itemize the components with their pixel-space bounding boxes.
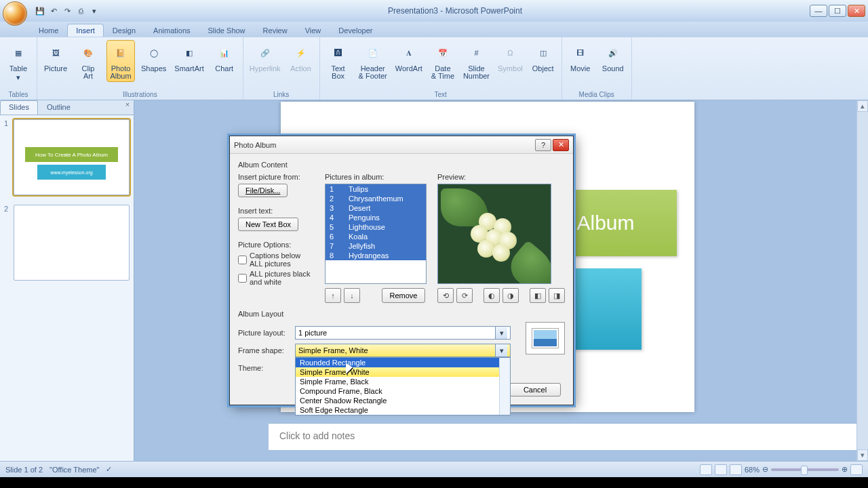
symbol-button[interactable]: ΩSymbol (496, 40, 525, 75)
group-tables-label: Tables (4, 89, 33, 98)
move-up-button[interactable]: ↑ (325, 288, 341, 303)
tab-developer[interactable]: Developer (330, 24, 381, 37)
scroll-up-icon[interactable]: ▴ (857, 100, 868, 112)
vertical-scrollbar[interactable]: ▴ ▾ (856, 100, 868, 461)
pictures-listbox[interactable]: 1Tulips2Chrysanthemum3Desert4Penguins5Li… (325, 184, 427, 284)
outline-tab[interactable]: Outline (38, 100, 79, 115)
datetime-button[interactable]: 📅Date & Time (429, 40, 457, 82)
fit-window-button[interactable] (850, 464, 863, 475)
action-button[interactable]: ⚡Action (287, 40, 315, 75)
zoom-slider[interactable] (771, 468, 839, 471)
brightness-down-button[interactable]: ◑ (502, 288, 519, 303)
contrast-down-button[interactable]: ◨ (549, 288, 565, 303)
dialog-help-button[interactable]: ? (535, 139, 551, 151)
list-item[interactable]: 8Hydrangeas (326, 251, 426, 260)
dropdown-option[interactable]: Simple Frame, Black (296, 377, 510, 386)
list-item[interactable]: 3Desert (326, 203, 426, 213)
dropdown-option[interactable]: Soft Edge Rectangle (296, 405, 510, 415)
zoom-in-button[interactable]: ⊕ (842, 465, 848, 474)
contrast-up-button[interactable]: ◧ (530, 288, 546, 303)
brightness-up-button[interactable]: ◐ (484, 288, 500, 303)
dropdown-option[interactable]: Center Shadow Rectangle (296, 396, 510, 405)
panel-close-icon[interactable]: × (121, 100, 134, 115)
office-button[interactable] (3, 1, 27, 26)
tab-view[interactable]: View (296, 24, 330, 37)
file-disk-button[interactable]: File/Disk... (238, 184, 288, 197)
picture-layout-label: Picture layout: (238, 329, 290, 337)
spellcheck-icon[interactable]: ✓ (106, 465, 112, 474)
tab-slideshow[interactable]: Slide Show (199, 24, 254, 37)
rotate-left-button[interactable]: ⟲ (437, 288, 454, 303)
redo-icon[interactable]: ↷ (61, 5, 73, 17)
movie-button[interactable]: 🎞Movie (566, 40, 595, 75)
slidenumber-button[interactable]: #Slide Number (461, 40, 492, 82)
captions-checkbox[interactable]: Captions below ALL pictures (238, 251, 314, 268)
slides-tab[interactable]: Slides (0, 100, 38, 115)
tab-home[interactable]: Home (30, 24, 67, 37)
picture-layout-combo[interactable]: 1 picture ▾ (295, 326, 511, 340)
object-button[interactable]: ◫Object (529, 40, 557, 75)
headerfooter-icon: 📄 (362, 42, 384, 64)
table-icon: ▦ (7, 42, 29, 64)
frame-shape-dropdown[interactable]: Rounded RectangleSimple Frame, WhiteSimp… (295, 357, 511, 415)
dropdown-option[interactable]: Rounded Rectangle (296, 358, 510, 367)
preview-label: Preview: (437, 173, 565, 181)
list-item[interactable]: 6Koala (326, 232, 426, 241)
slide-thumb-2[interactable] (14, 205, 130, 281)
list-item[interactable]: 4Penguins (326, 213, 426, 222)
chevron-down-icon[interactable]: ▾ (495, 327, 507, 339)
list-item[interactable]: 2Chrysanthemum (326, 194, 426, 203)
frame-shape-combo[interactable]: Simple Frame, White ▾ Rounded RectangleS… (295, 344, 511, 357)
qat-more-icon[interactable]: ▾ (88, 5, 100, 17)
list-item[interactable]: 5Lighthouse (326, 222, 426, 232)
save-icon[interactable]: 💾 (34, 5, 46, 17)
group-media-label: Media Clips (566, 89, 627, 98)
chevron-down-icon[interactable]: ▾ (495, 344, 507, 357)
slide-thumb-1[interactable]: How To Create A Photo Album www.myelesso… (14, 119, 130, 195)
sound-button[interactable]: 🔊Sound (599, 40, 627, 75)
maximize-button[interactable]: ☐ (829, 5, 846, 17)
move-down-button[interactable]: ↓ (344, 288, 360, 303)
remove-button[interactable]: Remove (382, 288, 425, 303)
bw-checkbox[interactable]: ALL pictures black and white (238, 270, 314, 286)
zoom-out-button[interactable]: ⊖ (762, 465, 768, 474)
dropdown-option[interactable]: Compound Frame, Black (296, 386, 510, 396)
new-textbox-button[interactable]: New Text Box (238, 218, 298, 231)
tab-review[interactable]: Review (254, 24, 296, 37)
tab-animations[interactable]: Animations (144, 24, 199, 37)
chart-icon: 📊 (214, 42, 235, 64)
dropdown-option[interactable]: Simple Frame, White (296, 367, 510, 377)
undo-icon[interactable]: ↶ (47, 5, 60, 17)
quick-access-toolbar: 💾 ↶ ↷ ⎙ ▾ (34, 5, 100, 17)
picture-button[interactable]: 🖼Picture (41, 40, 70, 75)
zoom-value: 68% (745, 466, 760, 474)
textbox-button[interactable]: 🅰Text Box (324, 40, 353, 82)
print-icon[interactable]: ⎙ (75, 5, 87, 17)
photoalbum-button[interactable]: 📔Photo Album (106, 40, 135, 82)
hyperlink-button[interactable]: 🔗Hyperlink (248, 40, 283, 75)
tab-design[interactable]: Design (104, 24, 144, 37)
shapes-button[interactable]: ◯Shapes (139, 40, 168, 75)
table-button[interactable]: ▦Table▾ (4, 40, 33, 83)
sorter-view-button[interactable] (715, 464, 727, 475)
wordart-button[interactable]: 𝐀WordArt (393, 40, 425, 75)
insert-text-label: Insert text: (238, 207, 314, 215)
chart-button[interactable]: 📊Chart (210, 40, 239, 75)
tab-insert[interactable]: Insert (67, 24, 104, 37)
thumb1-text1: How To Create A Photo Album (25, 147, 118, 162)
smartart-button[interactable]: ◧SmartArt (172, 40, 205, 75)
notes-pane[interactable]: Click to add notes (269, 423, 856, 450)
list-item[interactable]: 1Tulips (326, 184, 426, 194)
slideshow-view-button[interactable] (730, 464, 742, 475)
headerfooter-button[interactable]: 📄Header & Footer (357, 40, 389, 82)
rotate-right-button[interactable]: ⟳ (456, 288, 473, 303)
ribbon: ▦Table▾ Tables 🖼Picture 🎨Clip Art 📔Photo… (0, 37, 868, 100)
list-item[interactable]: 7Jellyfish (326, 241, 426, 251)
cancel-button[interactable]: Cancel (509, 383, 561, 396)
close-button[interactable]: ✕ (848, 5, 865, 17)
dialog-close-button[interactable]: ✕ (553, 139, 569, 151)
minimize-button[interactable]: — (810, 5, 827, 17)
clipart-button[interactable]: 🎨Clip Art (74, 40, 102, 82)
scroll-down-icon[interactable]: ▾ (857, 449, 868, 461)
normal-view-button[interactable] (700, 464, 712, 475)
